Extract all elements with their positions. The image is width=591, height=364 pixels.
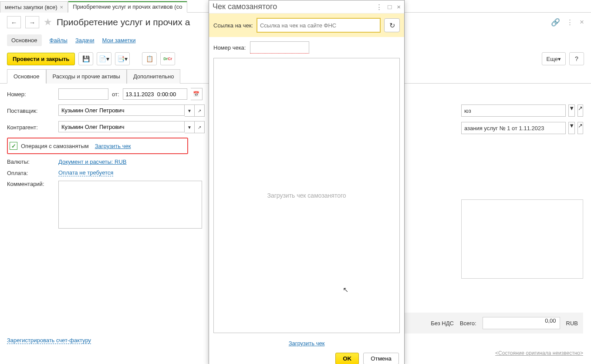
comment-input[interactable] [58,181,202,229]
date-input[interactable] [123,88,187,100]
dialog-load-link-row: Загрузить чек [209,337,404,349]
contractor-label: Контрагент: [7,124,55,131]
create-based-icon[interactable]: 📑▾ [115,52,130,65]
register-invoice-link[interactable]: Зарегистрировать счет-фактуру [7,337,91,344]
subnav-main[interactable]: Основное [7,34,42,46]
open-icon[interactable]: ↗ [577,104,583,117]
total-label: Всего: [460,320,476,327]
post-and-close-button[interactable]: Провести и закрыть [7,53,75,65]
check-preview-area: Загрузить чек самозанятого [213,58,400,333]
right-panel: юз ▼ ↗ азания услуг № 1 от 1.11.2023 ▼ ↗ [461,104,583,279]
maximize-icon[interactable]: □ [388,3,392,11]
dropdown-icon[interactable]: ▼ [568,104,575,117]
supplier-label: Поставщик: [7,108,55,114]
preview-placeholder: Загрузить чек самозанятого [267,192,346,199]
tab-extra[interactable]: Дополнительно [127,69,181,84]
kebab-icon[interactable]: ⋮ [376,3,382,11]
load-check-link[interactable]: Загрузить чек [95,143,131,149]
right-empty-box [461,199,583,279]
close-icon[interactable]: × [397,3,401,11]
dialog-titlebar: Чек самозанятого ⋮ □ × [209,0,404,13]
check-dialog: Чек самозанятого ⋮ □ × Ссылка на чек: ↻ … [209,0,405,364]
doc-tab-1[interactable]: менты закупки (все) × [0,1,68,13]
payment-label: Оплата: [7,170,55,176]
page-title: Приобретение услуг и прочих а [57,17,190,27]
number-input[interactable] [58,88,108,100]
favorite-icon[interactable]: ★ [44,17,52,28]
open-icon[interactable]: ↗ [195,104,205,117]
kebab-icon[interactable]: ⋮ [566,18,574,27]
close-icon[interactable]: × [60,4,64,10]
check-icon: ✓ [10,142,17,150]
post-icon[interactable]: 📄▾ [97,52,111,65]
ok-button[interactable]: OK [335,353,359,364]
subnav-notes[interactable]: Мои заметки [102,37,136,44]
dropdown-icon[interactable]: ▼ [568,122,575,134]
currency-label: RUB [566,320,578,327]
check-number-label: Номер чека: [213,44,246,51]
dropdown-icon[interactable]: ▼ [185,104,195,117]
total-value: 0,00 [483,317,560,329]
load-check-link[interactable]: Загрузить чек [289,340,325,347]
drcr-icon[interactable]: DrCr [160,52,175,65]
tab-main[interactable]: Основное [7,69,46,84]
save-icon[interactable]: 💾 [78,52,93,65]
check-link-input[interactable] [257,18,381,33]
help-button[interactable]: ? [569,52,584,65]
dialog-link-row: Ссылка на чек: ↻ [209,13,404,37]
selfemployed-highlight: ✓ Операция с самозанятым Загрузить чек [7,138,188,154]
number-label: Номер: [7,91,55,98]
subnav-files[interactable]: Файлы [50,37,68,44]
calendar-icon[interactable]: 📅 [191,88,203,100]
dropdown-icon[interactable]: ▼ [185,121,195,133]
original-state-link[interactable]: <Состояние оригинала неизвестно> [495,350,583,356]
check-number-input[interactable] [250,41,309,54]
forward-button[interactable]: → [25,16,39,28]
dialog-number-row: Номер чека: [209,37,404,58]
open-icon[interactable]: ↗ [195,121,205,133]
contractor-input[interactable] [58,121,185,132]
dialog-footer: OK Отмена [209,349,404,364]
report-icon[interactable]: 📋 [142,52,157,65]
supplier-input[interactable] [58,104,185,116]
organization-field[interactable]: юз [461,104,566,117]
tab-label: менты закупки (все) [5,4,57,10]
check-link-label: Ссылка на чек: [213,22,253,29]
payment-link[interactable]: Оплата не требуется [58,169,113,176]
more-button[interactable]: Еще ▾ [542,52,566,65]
comment-label: Комментарий: [7,181,55,187]
back-button[interactable]: ← [7,16,21,28]
currency-link[interactable]: Документ и расчеты: RUB [58,158,127,165]
currency-label: Валюты: [7,158,55,165]
doc-tab-2[interactable]: Приобретение услуг и прочих активов (со [68,1,187,13]
open-icon[interactable]: ↗ [577,122,583,134]
cancel-button[interactable]: Отмена [363,353,399,364]
attach-link-icon[interactable]: 🔗 [551,18,560,27]
subnav-tasks[interactable]: Задачи [75,37,95,44]
close-icon[interactable]: × [580,18,584,27]
dialog-title: Чек самозанятого [213,2,277,11]
selfemployed-label: Операция с самозанятым [21,143,89,149]
selfemployed-checkbox[interactable]: ✓ Операция с самозанятым [10,142,89,150]
from-label: от: [112,91,119,98]
no-vat-label: Без НДС [431,320,454,327]
go-url-icon[interactable]: ↻ [384,18,400,32]
tab-expenses[interactable]: Расходы и прочие активы [46,69,127,84]
contract-field[interactable]: азания услуг № 1 от 1.11.2023 [461,122,566,134]
totals-bar: Без НДС Всего: 0,00 RUB [405,313,583,334]
tab-label: Приобретение услуг и прочих активов (со [73,3,182,10]
